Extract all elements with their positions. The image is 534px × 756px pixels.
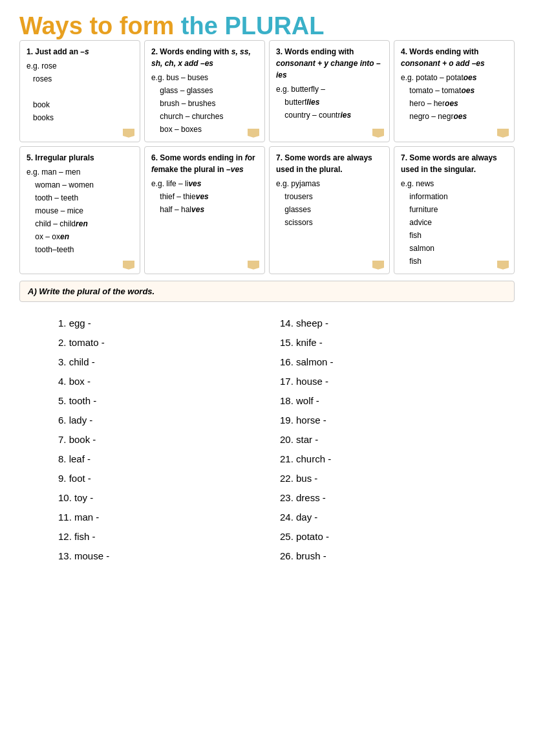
rules-grid: 1. Just add an –s e.g. rose roses book b… <box>19 40 515 274</box>
list-item: 14. sheep - <box>280 314 476 333</box>
list-item: 6. lady - <box>58 411 254 430</box>
list-item: 22. bus - <box>280 469 476 488</box>
list-item: 26. brush - <box>280 546 476 566</box>
rule-4-title: 4. Words ending with consonant + o add –… <box>401 46 507 69</box>
list-item: 1. egg - <box>58 314 254 333</box>
list-item: 23. dress - <box>280 488 476 508</box>
rule-7a-title: 7. Some words are always used in the plu… <box>276 152 383 175</box>
list-item: 8. leaf - <box>58 449 254 469</box>
rule-card-7a: 7. Some words are always used in the plu… <box>269 146 390 274</box>
list-item: 20. star - <box>280 430 476 449</box>
rule-3-title: 3. Words ending with consonant + y chang… <box>276 46 383 81</box>
list-item: 9. foot - <box>58 469 254 488</box>
words-column-2: 14. sheep - 15. knife - 16. salmon - 17.… <box>280 314 476 566</box>
list-item: 11. man - <box>58 508 254 527</box>
exercise-section: A) Write the plural of the words. <box>19 281 515 302</box>
words-column-1: 1. egg - 2. tomato - 3. child - 4. box -… <box>58 314 254 566</box>
rule-1-title: 1. Just add an –s <box>27 46 133 58</box>
list-item: 2. tomato - <box>58 333 254 352</box>
list-item: 25. potato - <box>280 527 476 546</box>
list-item: 16. salmon - <box>280 352 476 372</box>
words-section: 1. egg - 2. tomato - 3. child - 4. box -… <box>19 314 515 566</box>
title-part2: the PLURAL <box>181 12 325 39</box>
exercise-title: A) Write the plural of the words. <box>28 286 155 296</box>
rule-card-7b: 7. Some words are always used in the sin… <box>394 146 515 274</box>
list-item: 19. horse - <box>280 411 476 430</box>
list-item: 3. child - <box>58 352 254 372</box>
list-item: 4. box - <box>58 372 254 391</box>
rule-card-3: 3. Words ending with consonant + y chang… <box>269 40 390 142</box>
list-item: 18. wolf - <box>280 391 476 411</box>
list-item: 7. book - <box>58 430 254 449</box>
rule-5-title: 5. Irregular plurals <box>27 152 133 164</box>
list-item: 13. mouse - <box>58 546 254 566</box>
list-item: 15. knife - <box>280 333 476 352</box>
rule-2-title: 2. Words ending with s, ss, sh, ch, x ad… <box>151 46 258 69</box>
list-item: 21. church - <box>280 449 476 469</box>
rule-card-5: 5. Irregular plurals e.g. man – men woma… <box>19 146 140 274</box>
list-item: 17. house - <box>280 372 476 391</box>
title-part1: Ways to form <box>19 12 181 39</box>
list-item: 5. tooth - <box>58 391 254 411</box>
rule-6-title: 6. Some words ending in for femake the p… <box>151 152 258 175</box>
rule-card-2: 2. Words ending with s, ss, sh, ch, x ad… <box>144 40 265 142</box>
rule-card-6: 6. Some words ending in for femake the p… <box>144 146 265 274</box>
list-item: 10. toy - <box>58 488 254 508</box>
list-item: 12. fish - <box>58 527 254 546</box>
rule-card-1: 1. Just add an –s e.g. rose roses book b… <box>19 40 140 142</box>
page-title: Ways to form the PLURAL <box>19 13 515 40</box>
rule-card-4: 4. Words ending with consonant + o add –… <box>394 40 515 142</box>
list-item: 24. day - <box>280 508 476 527</box>
rule-7b-title: 7. Some words are always used in the sin… <box>401 152 507 175</box>
